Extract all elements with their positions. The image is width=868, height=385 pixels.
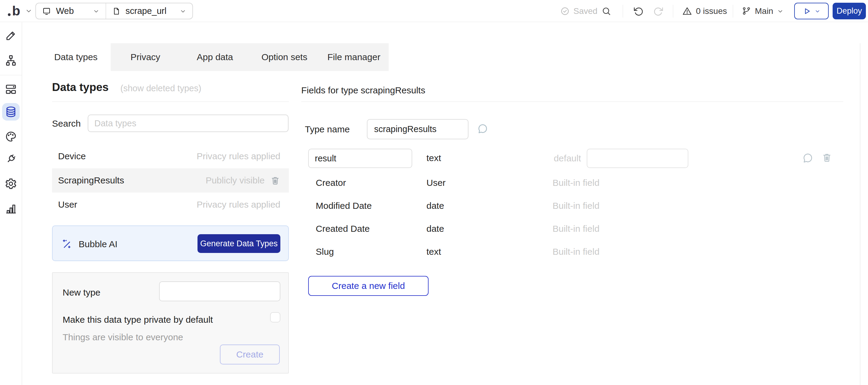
tab-app-data[interactable]: App data (180, 43, 250, 71)
sidebar-divider (0, 75, 22, 75)
bubble-editor: b Web scrape_url (0, 0, 868, 385)
gear-icon (4, 178, 17, 190)
database-icon (4, 105, 17, 118)
field-name: Creator (316, 178, 346, 188)
undo-icon (633, 6, 644, 17)
toolbar-divider (673, 5, 673, 18)
undo-button[interactable] (633, 0, 644, 22)
search-button[interactable] (601, 0, 612, 22)
branch-label: Main (755, 6, 773, 16)
field-name: Created Date (316, 224, 370, 234)
trash-icon (822, 152, 832, 163)
sidebar-item-plugins[interactable] (2, 150, 20, 168)
chevron-down-icon (25, 7, 32, 14)
preview-button[interactable] (794, 3, 829, 19)
bubble-ai-card: Bubble AI Generate Data Types (52, 225, 289, 261)
field-name: Slug (316, 247, 334, 257)
page-icon (112, 7, 121, 15)
redo-icon (653, 6, 664, 17)
generate-data-types-button[interactable]: Generate Data Types (197, 234, 280, 253)
data-type-name: Device (58, 151, 196, 161)
data-type-row-user[interactable]: User Privacy rules applied (52, 193, 289, 217)
new-type-input[interactable] (159, 281, 280, 301)
sidebar-item-logs[interactable] (2, 200, 20, 217)
field-default-label: default (525, 153, 581, 163)
data-type-row-device[interactable]: Device Privacy rules applied (52, 144, 289, 168)
field-type: date (427, 224, 444, 234)
private-by-default-checkbox[interactable] (270, 312, 280, 322)
sidebar-item-settings[interactable] (2, 175, 20, 193)
fields-panel-title: Fields for type scrapingResults (301, 85, 425, 96)
toolbar-divider (733, 5, 733, 18)
magic-wand-icon (61, 238, 72, 250)
data-tabs: Data types Privacy App data Option sets … (41, 43, 389, 71)
show-deleted-types-link[interactable]: (show deleted types) (120, 84, 202, 93)
trash-icon (270, 175, 280, 186)
panel-right-edge (860, 43, 861, 385)
platform-label: Web (56, 6, 74, 16)
top-toolbar: b Web scrape_url (0, 0, 868, 22)
field-type: date (427, 201, 444, 211)
sidebar-item-design[interactable] (2, 27, 20, 44)
branch-selector[interactable]: Main (742, 0, 784, 22)
platform-selector[interactable]: Web (36, 3, 106, 19)
deploy-button[interactable]: Deploy (833, 3, 866, 19)
field-type-label: text (427, 153, 441, 163)
data-type-status: Privacy rules applied (196, 199, 280, 210)
issues-indicator[interactable]: 0 issues (682, 0, 727, 22)
data-types-heading: Data types (52, 81, 108, 94)
search-input[interactable] (88, 115, 288, 132)
plug-icon (4, 153, 17, 165)
field-default-input[interactable] (587, 149, 688, 168)
type-name-input[interactable] (367, 119, 468, 139)
palette-icon (4, 130, 17, 143)
bubble-logo: b (8, 4, 20, 18)
create-type-button[interactable]: Create (220, 345, 280, 364)
tab-data-types[interactable]: Data types (41, 43, 111, 71)
delete-type-button[interactable] (270, 175, 280, 186)
tab-file-manager[interactable]: File manager (319, 43, 389, 71)
editor-sidebar (0, 22, 22, 385)
play-icon (802, 7, 811, 16)
built-in-field-note: Built-in field (553, 247, 599, 257)
data-type-row-scrapingresults[interactable]: ScrapingResults Publicly visible (52, 168, 289, 193)
bubble-logo-menu[interactable]: b (8, 4, 32, 18)
chevron-down-icon (180, 8, 186, 14)
field-name: Modified Date (316, 201, 372, 211)
tab-privacy[interactable]: Privacy (111, 43, 180, 71)
sidebar-item-data[interactable] (2, 103, 20, 121)
type-name-label: Type name (305, 124, 350, 134)
git-branch-icon (742, 6, 751, 16)
fields-panel-divider (301, 101, 843, 102)
bubble-ai-label: Bubble AI (79, 239, 117, 249)
comment-bubble-icon[interactable] (802, 153, 813, 164)
chevron-down-icon (93, 8, 99, 14)
data-type-status: Publicly visible (206, 175, 265, 186)
data-type-name: User (58, 199, 196, 210)
save-status: Saved (560, 0, 597, 22)
tab-option-sets[interactable]: Option sets (249, 43, 319, 71)
comment-bubble-icon[interactable] (477, 123, 489, 135)
pencil-icon (4, 29, 17, 42)
built-in-field-note: Built-in field (553, 201, 599, 211)
built-in-field-note: Built-in field (553, 178, 599, 188)
new-type-label: New type (63, 287, 100, 298)
sidebar-item-workflows[interactable] (2, 52, 20, 69)
sidebar-item-components[interactable] (2, 81, 20, 98)
search-label: Search (52, 119, 81, 129)
issues-count-label: 0 issues (696, 6, 727, 16)
bar-chart-icon (4, 202, 17, 215)
monitor-icon (42, 7, 51, 16)
create-new-field-button[interactable]: Create a new field (308, 276, 429, 296)
sidebar-item-styles[interactable] (2, 128, 20, 146)
data-type-status: Privacy rules applied (196, 151, 280, 161)
app-context-picker: Web scrape_url (35, 3, 193, 19)
delete-field-button[interactable] (822, 152, 832, 163)
warning-triangle-icon (682, 6, 692, 16)
redo-button[interactable] (653, 0, 664, 22)
field-name-input[interactable] (308, 149, 412, 168)
page-selector[interactable]: scrape_url (106, 3, 192, 19)
visibility-hint: Things are visible to everyone (63, 332, 183, 342)
built-in-field-note: Built-in field (553, 224, 599, 234)
save-status-label: Saved (574, 6, 597, 16)
